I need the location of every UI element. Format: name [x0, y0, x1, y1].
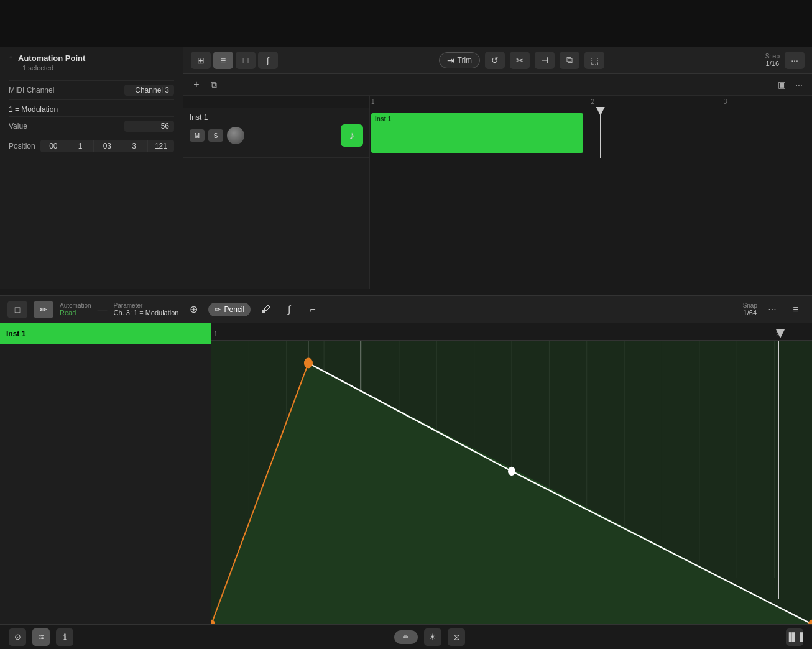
- timeline-area: Inst 1 M S ♪ 1 2 3: [183, 96, 812, 289]
- snap-label: Snap: [765, 53, 780, 60]
- snap-area[interactable]: Snap 1/16: [765, 53, 780, 67]
- trim-label: Trim: [458, 56, 473, 65]
- pencil-icon: ✏: [215, 305, 221, 314]
- track-name: Inst 1: [190, 113, 363, 122]
- inspector-panel: ↑ Automation Point 1 selected MIDI Chann…: [0, 47, 183, 289]
- loop-button[interactable]: ↺: [485, 52, 505, 69]
- auto-snap-value: 1/64: [744, 309, 757, 316]
- pos-field-1[interactable]: 1: [67, 140, 94, 152]
- paint-button[interactable]: 🖌: [257, 301, 274, 318]
- mute-button[interactable]: M: [190, 129, 205, 142]
- auto-snap-label: Snap: [743, 302, 757, 309]
- bars-button[interactable]: ▐▌▐: [786, 628, 803, 646]
- sun-button[interactable]: ☀: [424, 628, 441, 646]
- pos-field-2[interactable]: 03: [94, 140, 121, 152]
- auto-more-button[interactable]: ···: [764, 301, 781, 318]
- screen-button[interactable]: ▣: [775, 78, 788, 91]
- automation-mode-value: Read: [60, 309, 91, 316]
- playhead-marker: [596, 107, 605, 116]
- track-controls-row: + ⧉ ▣ ···: [183, 74, 812, 96]
- arrangement-panel: ⊞ ≡ □ ∫ ⇥ Trim ↺ ✂ ⊣ ⧉ ⬚ Snap 1/16 ···: [183, 47, 812, 289]
- auto-canvas[interactable]: [211, 341, 812, 624]
- copy-track-button[interactable]: ⧉: [207, 78, 221, 91]
- auto-canvas-wrap[interactable]: 1 2: [211, 323, 812, 624]
- auto-lines-button[interactable]: ≡: [787, 301, 805, 318]
- list-view-button[interactable]: ≡: [213, 52, 233, 69]
- clips-area: 1 2 3 Inst 1: [370, 96, 812, 289]
- automation-toolbar: □ ✏ Automation Read — Parameter Ch. 3: 1…: [0, 296, 812, 323]
- solo-button[interactable]: S: [208, 129, 223, 142]
- midi-channel-value[interactable]: Channel 3: [124, 85, 174, 96]
- clip-label: Inst 1: [375, 116, 391, 122]
- paste-button[interactable]: ⬚: [584, 52, 604, 69]
- corner-button[interactable]: ⌐: [304, 301, 321, 318]
- automation-section: □ ✏ Automation Read — Parameter Ch. 3: 1…: [0, 295, 812, 649]
- bottom-bar: ⊙ ≋ ℹ ✏ ☀ ⧖ ▐▌▐: [0, 624, 812, 649]
- add-track-button[interactable]: +: [190, 78, 203, 91]
- arrangement-toolbar: ⊞ ≡ □ ∫ ⇥ Trim ↺ ✂ ⊣ ⧉ ⬚ Snap 1/16 ···: [183, 47, 812, 74]
- auto-rect-button[interactable]: □: [7, 301, 27, 318]
- pencil-mode-button[interactable]: ✏ Pencil: [208, 303, 251, 316]
- inspector-title: Automation Point: [18, 53, 85, 63]
- curve-view-button[interactable]: ∫: [258, 52, 278, 69]
- split-button[interactable]: ⊣: [535, 52, 555, 69]
- curve-button[interactable]: ∫: [280, 301, 298, 318]
- track-item: Inst 1 M S ♪: [183, 108, 369, 158]
- pos-field-0[interactable]: 00: [40, 140, 67, 152]
- position-row: Position 00 1 03 3 121: [9, 136, 174, 156]
- auto-track-header: Inst 1: [0, 323, 211, 624]
- auto-track-name: Inst 1: [0, 323, 211, 344]
- value-amount[interactable]: 56: [124, 121, 174, 132]
- clip[interactable]: Inst 1: [371, 113, 583, 153]
- volume-knob[interactable]: [227, 127, 244, 144]
- pencil-label: Pencil: [224, 305, 244, 314]
- mixer-button[interactable]: ⧖: [448, 628, 465, 646]
- square-view-button[interactable]: □: [236, 52, 256, 69]
- copy-button[interactable]: ⧉: [560, 52, 579, 69]
- ruler-mark-3: 3: [724, 98, 727, 105]
- param-title: Parameter: [114, 302, 179, 309]
- main-layout: ↑ Automation Point 1 selected MIDI Chann…: [0, 47, 812, 289]
- auto-pen-button[interactable]: ✏: [34, 301, 53, 318]
- bottom-icon1-button[interactable]: ⊙: [9, 628, 26, 646]
- auto-snap-area[interactable]: Snap 1/64: [743, 302, 757, 316]
- target-button[interactable]: ⊕: [185, 301, 202, 318]
- track-controls: M S ♪: [190, 124, 363, 147]
- bottom-icon2-button[interactable]: ≋: [32, 628, 50, 646]
- instrument-icon[interactable]: ♪: [341, 124, 363, 147]
- snap-value: 1/16: [766, 60, 779, 67]
- inspector-subtitle: 1 selected: [22, 64, 174, 71]
- inspector-title-row: ↑ Automation Point: [9, 53, 174, 63]
- timeline-ruler: 1 2 3: [370, 96, 812, 108]
- pos-field-3[interactable]: 3: [121, 140, 148, 152]
- ruler-spacer: [183, 96, 369, 108]
- position-label: Position: [9, 142, 35, 150]
- track-list: Inst 1 M S ♪: [183, 96, 370, 289]
- bottom-icon3-button[interactable]: ℹ: [56, 628, 73, 646]
- automation-mode[interactable]: Automation Read: [60, 302, 91, 316]
- scissors-button[interactable]: ✂: [510, 52, 530, 69]
- pencil-active-button[interactable]: ✏: [394, 630, 418, 644]
- back-button[interactable]: ↑: [9, 53, 13, 63]
- trim-button[interactable]: ⇥ Trim: [439, 52, 481, 68]
- param-value: Ch. 3: 1 = Modulation: [114, 309, 179, 316]
- track-more-button[interactable]: ···: [792, 78, 806, 91]
- pos-field-4[interactable]: 121: [148, 140, 174, 152]
- playhead: [600, 108, 601, 158]
- more-button[interactable]: ···: [785, 52, 805, 69]
- music-note-icon: ♪: [349, 129, 355, 142]
- auto-ruler: 1 2: [211, 323, 812, 341]
- clip-container: Inst 1: [370, 108, 812, 158]
- auto-ruler-mark-1: 1: [214, 331, 218, 338]
- position-fields[interactable]: 00 1 03 3 121: [40, 140, 174, 152]
- grid-view-button[interactable]: ⊞: [191, 52, 211, 69]
- midi-channel-row: MIDI Channel Channel 3: [9, 80, 174, 99]
- parameter-display[interactable]: Parameter Ch. 3: 1 = Modulation: [114, 302, 179, 316]
- value-label: Value: [9, 122, 27, 131]
- view-buttons: ⊞ ≡ □ ∫: [191, 52, 278, 69]
- param-dash: —: [98, 304, 108, 315]
- midi-channel-label: MIDI Channel: [9, 86, 54, 94]
- param-separator: —: [98, 304, 108, 315]
- automation-main: Inst 1 1 2: [0, 323, 812, 624]
- auto-bg: [211, 341, 812, 624]
